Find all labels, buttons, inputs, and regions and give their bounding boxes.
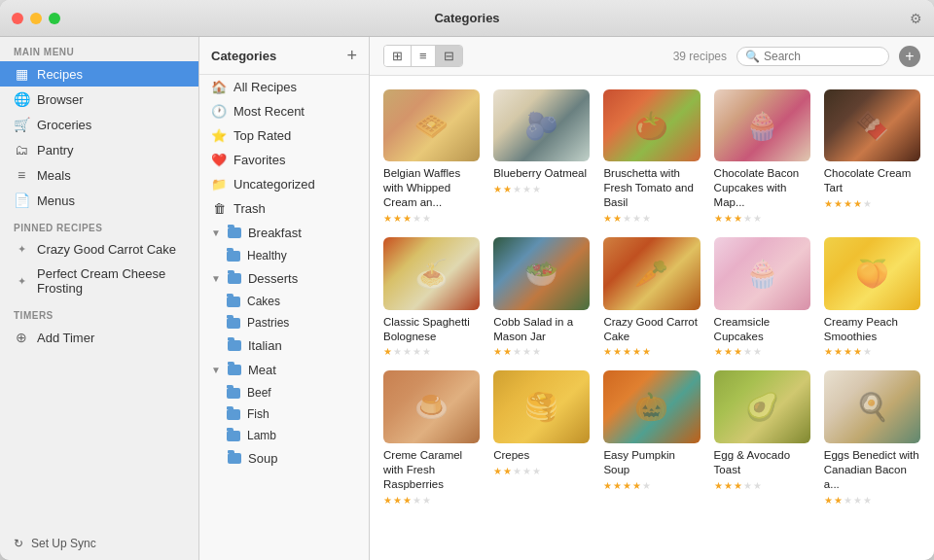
view-small-grid-button[interactable]: ⊞ <box>384 46 412 66</box>
sidebar-item-add-timer[interactable]: ⊕ Add Timer <box>0 325 198 350</box>
sidebar-item-groceries[interactable]: 🛒 Groceries <box>0 112 198 137</box>
recipe-card[interactable]: 🥕 Crazy Good Carrot Cake ★★★★★ <box>603 237 700 357</box>
star: ★ <box>503 346 512 357</box>
meals-label: Meals <box>37 168 71 183</box>
food-emoji: 🧁 <box>714 237 810 309</box>
star: ★ <box>383 346 392 357</box>
view-large-grid-button[interactable]: ⊟ <box>436 46 462 66</box>
view-list-button[interactable]: ≡ <box>412 46 436 66</box>
star: ★ <box>714 213 723 224</box>
star: ★ <box>393 346 402 357</box>
category-most-recent[interactable]: 🕐 Most Recent <box>199 99 369 123</box>
window-controls <box>12 13 60 24</box>
sync-icon: ↻ <box>14 537 23 550</box>
star: ★ <box>532 466 541 476</box>
recipe-card[interactable]: 🍫 Chocolate Cream Tart ★★★★★ <box>824 89 920 224</box>
star: ★ <box>743 213 752 224</box>
star: ★ <box>834 198 843 209</box>
recipe-card[interactable]: 🫐 Blueberry Oatmeal ★★★★★ <box>493 89 590 224</box>
sidebar-item-meals[interactable]: ≡ Meals <box>0 162 198 188</box>
category-pastries[interactable]: Pastries <box>199 312 369 333</box>
add-category-button[interactable]: + <box>346 47 357 64</box>
folder-icon-healthy <box>227 251 240 262</box>
category-uncategorized[interactable]: 📁 Uncategorized <box>199 172 369 196</box>
recipe-card[interactable]: 🎃 Easy Pumpkin Soup ★★★★★ <box>603 370 700 505</box>
star: ★ <box>393 213 402 224</box>
category-top-rated[interactable]: ⭐ Top Rated <box>199 123 369 148</box>
sync-footer[interactable]: ↻ Set Up Sync <box>0 527 198 560</box>
sidebar-item-pantry[interactable]: 🗂 Pantry <box>0 137 198 162</box>
recipe-card[interactable]: 🍮 Creme Caramel with Fresh Raspberries ★… <box>383 370 480 505</box>
category-favorites[interactable]: ❤️ Favorites <box>199 148 369 172</box>
recipe-card[interactable]: 🥗 Cobb Salad in a Mason Jar ★★★★★ <box>493 237 590 357</box>
food-emoji: 🍳 <box>824 370 920 442</box>
star: ★ <box>623 346 631 357</box>
all-recipes-label: All Recipes <box>234 80 297 94</box>
recipes-label: Recipes <box>37 67 83 82</box>
star: ★ <box>863 495 872 506</box>
recipe-card[interactable]: 🥞 Crepes ★★★★★ <box>493 370 590 505</box>
sidebar-item-cream-cheese[interactable]: ✦ Perfect Cream Cheese Frosting <box>0 262 198 300</box>
food-emoji: 🥞 <box>493 370 590 442</box>
category-healthy[interactable]: Healthy <box>199 245 369 266</box>
category-fish[interactable]: Fish <box>199 403 369 425</box>
folder-icon-lamb <box>227 431 240 441</box>
recipe-card[interactable]: 🥑 Egg & Avocado Toast ★★★★★ <box>714 370 810 505</box>
category-all-recipes[interactable]: 🏠 All Recipes <box>199 75 369 99</box>
sidebar-item-menus[interactable]: 📄 Menus <box>0 188 198 213</box>
uncategorized-icon: 📁 <box>211 177 227 192</box>
recipe-thumbnail: 🍅 <box>603 89 700 161</box>
food-emoji: 🥑 <box>714 370 810 442</box>
star: ★ <box>613 480 622 491</box>
main-content: ⊞ ≡ ⊟ 39 recipes 🔍 + 🧇 Belgian Waffles w… <box>370 37 934 560</box>
add-recipe-button[interactable]: + <box>899 46 920 67</box>
category-italian[interactable]: Italian <box>199 333 369 358</box>
category-group-desserts[interactable]: ▼ Desserts <box>199 266 369 291</box>
star: ★ <box>642 346 651 357</box>
sidebar-item-browser[interactable]: 🌐 Browser <box>0 87 198 112</box>
minimize-button[interactable] <box>30 13 42 24</box>
recipe-stars: ★★★★★ <box>824 495 920 506</box>
recipe-stars: ★★★★★ <box>383 495 480 506</box>
category-cakes[interactable]: Cakes <box>199 291 369 312</box>
star: ★ <box>844 198 852 209</box>
desserts-label: Desserts <box>248 271 298 286</box>
close-button[interactable] <box>12 13 23 24</box>
star: ★ <box>413 213 421 224</box>
star: ★ <box>603 346 612 357</box>
category-trash[interactable]: 🗑 Trash <box>199 196 369 221</box>
gear-icon[interactable]: ⚙ <box>910 11 922 26</box>
timers-header: TIMERS <box>0 300 198 325</box>
recipe-thumbnail: 🎃 <box>603 370 700 442</box>
recipe-card[interactable]: 🍳 Eggs Benedict with Canadian Bacon a...… <box>824 370 920 505</box>
favorites-label: Favorites <box>234 153 285 167</box>
recipe-card[interactable]: 🍑 Creamy Peach Smoothies ★★★★★ <box>824 237 920 357</box>
menus-icon: 📄 <box>14 192 29 208</box>
recipe-card[interactable]: 🍝 Classic Spaghetti Bolognese ★★★★★ <box>383 237 480 357</box>
maximize-button[interactable] <box>49 13 60 24</box>
recipe-card[interactable]: 🍅 Bruschetta with Fresh Tomato and Basil… <box>603 89 700 224</box>
recipe-card[interactable]: 🧁 Creamsicle Cupcakes ★★★★★ <box>714 237 810 357</box>
star: ★ <box>613 346 622 357</box>
recipe-card[interactable]: 🧁 Chocolate Bacon Cupcakes with Map... ★… <box>714 89 810 224</box>
sidebar-item-carrot-cake[interactable]: ✦ Crazy Good Carrot Cake <box>0 237 198 262</box>
groceries-icon: 🛒 <box>14 117 29 132</box>
star: ★ <box>493 184 502 194</box>
category-lamb[interactable]: Lamb <box>199 425 369 446</box>
trash-icon: 🗑 <box>211 201 227 216</box>
star: ★ <box>522 346 531 357</box>
search-box[interactable]: 🔍 <box>736 47 889 66</box>
star: ★ <box>853 495 862 506</box>
category-group-meat[interactable]: ▼ Meat <box>199 358 369 382</box>
category-soup[interactable]: Soup <box>199 446 369 471</box>
category-group-breakfast[interactable]: ▼ Breakfast <box>199 221 369 245</box>
star: ★ <box>863 198 872 209</box>
food-emoji: 🍫 <box>824 89 920 161</box>
category-beef[interactable]: Beef <box>199 382 369 403</box>
recipe-stars: ★★★★★ <box>824 346 920 357</box>
recipe-card[interactable]: 🧇 Belgian Waffles with Whipped Cream an.… <box>383 89 480 224</box>
search-input[interactable] <box>764 50 880 63</box>
sidebar-item-recipes[interactable]: ▦ Recipes <box>0 61 198 87</box>
cream-cheese-label: Perfect Cream Cheese Frosting <box>37 266 185 296</box>
sidebar: MAIN MENU ▦ Recipes 🌐 Browser 🛒 Grocerie… <box>0 37 199 560</box>
